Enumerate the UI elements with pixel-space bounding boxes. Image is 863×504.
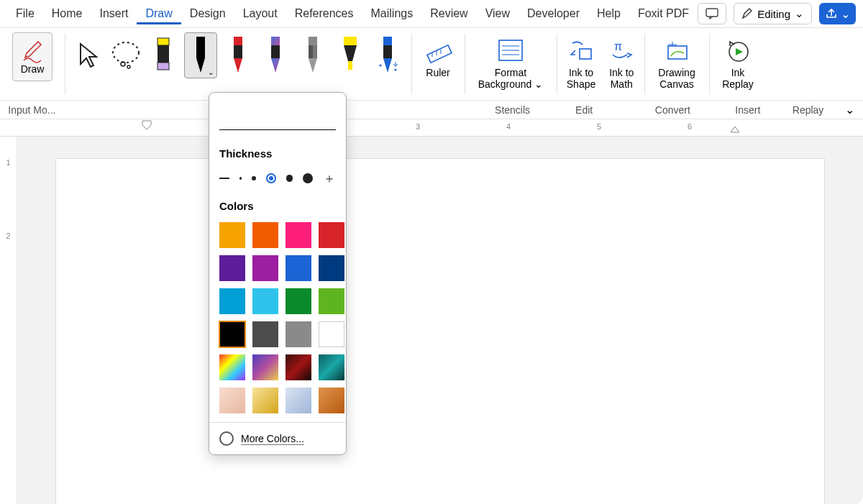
color-swatch-20[interactable]	[219, 388, 245, 413]
pointer-tool[interactable]	[72, 32, 105, 78]
menu-home[interactable]: Home	[43, 3, 91, 24]
right-indent-marker-icon[interactable]	[729, 124, 744, 135]
group-label-input-mode: Input Mo...	[0, 101, 64, 119]
menu-foxit-pdf[interactable]: Foxit PDF	[629, 3, 698, 24]
lined-page-icon	[496, 39, 525, 63]
menu-design[interactable]: Design	[181, 3, 234, 24]
color-swatch-5[interactable]	[252, 255, 278, 281]
lasso-tool[interactable]	[109, 32, 142, 78]
highlighter-yellow[interactable]	[334, 32, 367, 78]
document-page[interactable]	[55, 158, 825, 504]
menu-draw[interactable]: Draw	[137, 3, 181, 24]
pen-galaxy[interactable]	[259, 32, 292, 78]
group-label-row: Input Mo... Stencils Edit Convert Insert…	[0, 101, 863, 119]
editing-mode-button[interactable]: Editing ⌄	[734, 3, 812, 24]
pen-red[interactable]	[222, 32, 255, 78]
thickness-2[interactable]	[252, 176, 256, 180]
stroke-preview	[219, 113, 336, 130]
menu-references[interactable]: References	[286, 3, 362, 24]
color-swatch-0[interactable]	[219, 222, 245, 248]
color-swatch-21[interactable]	[252, 388, 278, 413]
color-swatch-16[interactable]	[219, 354, 245, 380]
menu-developer[interactable]: Developer	[519, 3, 588, 24]
ink-to-math-button[interactable]: π Ink toMath	[604, 32, 639, 98]
color-swatch-11[interactable]	[319, 288, 344, 314]
menu-file[interactable]: File	[7, 3, 43, 24]
group-label-convert: Convert	[629, 101, 716, 119]
menubar: File Home Insert Draw Design Layout Refe…	[0, 0, 863, 27]
color-swatch-8[interactable]	[219, 288, 245, 314]
action-pen-blue[interactable]	[371, 32, 404, 78]
color-swatch-3[interactable]	[319, 222, 344, 248]
eraser-tool[interactable]	[147, 32, 180, 78]
group-input-mode: Draw	[0, 28, 65, 100]
color-swatch-17[interactable]	[252, 354, 278, 380]
page-background	[17, 137, 863, 504]
thickness-5[interactable]	[303, 173, 313, 183]
color-swatch-10[interactable]	[286, 288, 311, 314]
color-swatch-18[interactable]	[286, 354, 311, 380]
draw-toggle-button[interactable]: Draw	[12, 32, 52, 81]
thickness-4[interactable]	[286, 175, 293, 182]
format-background-button[interactable]: Format Background ⌄	[474, 32, 548, 98]
pencil-gray[interactable]	[296, 32, 329, 78]
color-swatch-15[interactable]	[319, 321, 344, 347]
vertical-ruler[interactable]: 1 2	[0, 137, 17, 504]
color-grid	[209, 216, 346, 422]
color-swatch-2[interactable]	[286, 222, 311, 248]
ink-to-shape-button[interactable]: Ink toShape	[562, 32, 600, 98]
indent-marker-icon[interactable]	[141, 119, 155, 134]
menu-view[interactable]: View	[477, 3, 519, 24]
color-swatch-19[interactable]	[319, 354, 344, 380]
group-tools: ⌄	[65, 28, 411, 100]
thickness-1[interactable]	[239, 177, 242, 180]
group-label-insert: Insert	[716, 101, 780, 119]
ruler-icon	[424, 37, 452, 65]
drawing-canvas-button[interactable]: DrawingCanvas	[654, 32, 699, 98]
color-swatch-13[interactable]	[252, 321, 278, 347]
svg-rect-13	[344, 37, 357, 45]
color-swatch-6[interactable]	[286, 255, 311, 281]
comments-button[interactable]	[698, 3, 726, 24]
document-area: 1 2	[0, 137, 863, 504]
ribbon: Draw ⌄	[0, 27, 863, 101]
colors-heading: Colors	[209, 196, 346, 216]
group-label-edit: Edit	[539, 101, 629, 119]
color-swatch-9[interactable]	[252, 288, 278, 314]
ruler-button[interactable]: Ruler	[419, 32, 457, 98]
collapse-ribbon-button[interactable]: ⌄	[836, 101, 863, 119]
color-swatch-22[interactable]	[286, 388, 311, 413]
color-swatch-14[interactable]	[286, 321, 311, 347]
color-swatch-7[interactable]	[319, 255, 344, 281]
thickness-heading: Thickness	[209, 143, 346, 164]
chevron-down-icon: ⌄	[841, 7, 850, 21]
svg-rect-29	[668, 46, 687, 59]
highlighter-icon	[339, 37, 361, 74]
svg-rect-8	[234, 37, 242, 45]
menu-help[interactable]: Help	[588, 3, 629, 24]
color-swatch-12[interactable]	[219, 321, 245, 347]
thickness-3-selected[interactable]	[266, 173, 276, 183]
menu-review[interactable]: Review	[421, 3, 476, 24]
share-button[interactable]: ⌄	[819, 3, 856, 24]
svg-rect-12	[309, 37, 317, 45]
menu-mailings[interactable]: Mailings	[362, 3, 422, 24]
thickness-thinnest[interactable]	[219, 178, 229, 179]
pen-options-popover: Thickness ＋ Colors More Colors...	[209, 92, 347, 455]
menu-insert[interactable]: Insert	[91, 3, 137, 24]
ink-replay-button[interactable]: InkReplay	[718, 32, 758, 98]
color-swatch-4[interactable]	[219, 255, 245, 281]
svg-rect-16	[383, 45, 392, 58]
ruler-label: Ruler	[426, 67, 449, 78]
color-swatch-1[interactable]	[252, 222, 278, 248]
pen-icon	[228, 37, 248, 74]
more-colors-button[interactable]: More Colors...	[209, 422, 346, 454]
thickness-more[interactable]: ＋	[323, 170, 336, 187]
color-swatch-23[interactable]	[319, 388, 344, 413]
thickness-options: ＋	[209, 164, 346, 196]
group-replay: InkReplay	[709, 28, 767, 100]
chevron-down-icon[interactable]: ⌄	[208, 68, 214, 76]
pen-black[interactable]: ⌄	[184, 32, 217, 78]
horizontal-ruler[interactable]: 3 4 5 6	[0, 119, 863, 137]
menu-layout[interactable]: Layout	[234, 3, 286, 24]
